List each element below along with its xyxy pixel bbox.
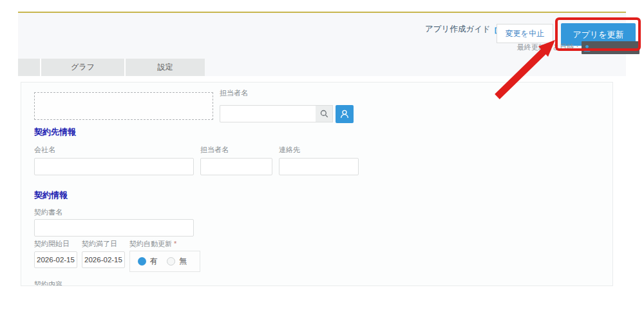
form-preview-panel: 担当者名 契約先情報 会社名 担当者名 連絡先 契約情報: [21, 82, 613, 286]
radio-selected-icon[interactable]: [138, 257, 146, 266]
tab-graph[interactable]: グラフ: [41, 59, 124, 76]
app-settings-screen: アプリ作成ガイド 変更を中止 アプリを更新 最終更新者と日時： グラフ 設定 担…: [0, 0, 644, 310]
company-input[interactable]: [34, 158, 194, 175]
person-label: 担当者名: [200, 145, 229, 155]
contact-label: 連絡先: [279, 145, 300, 155]
start-date-label: 契約開始日: [34, 239, 70, 249]
auto-renew-radio-group: 有 無: [129, 251, 200, 272]
tab-graph-label: グラフ: [71, 62, 95, 73]
tab-settings[interactable]: 設定: [126, 59, 205, 76]
contract-doc-label: 契約書名: [34, 208, 62, 217]
user-icon: [583, 43, 591, 53]
contact-input[interactable]: [279, 158, 359, 175]
radio-yes-label: 有: [150, 256, 158, 267]
app-guide-link[interactable]: アプリ作成ガイド: [425, 23, 504, 35]
contract-doc-input[interactable]: [34, 219, 194, 237]
redacted-user-name: [582, 41, 639, 54]
radio-option-yes[interactable]: 有: [138, 256, 158, 267]
lookup-input[interactable]: [220, 105, 316, 122]
last-updated-text: 最終更新者と日時：: [451, 43, 581, 52]
search-icon: [319, 109, 329, 119]
lookup-search-button[interactable]: [316, 105, 333, 122]
tab-partial[interactable]: [18, 59, 40, 76]
start-date-input[interactable]: [34, 251, 77, 268]
client-section-title: 契約先情報: [34, 126, 76, 138]
tab-settings-label: 設定: [158, 62, 173, 73]
auto-renew-label: 契約自動更新*: [129, 239, 176, 249]
person-icon: [339, 109, 350, 119]
radio-option-no[interactable]: 無: [167, 256, 187, 267]
blank-space-field: [34, 92, 213, 120]
lookup-field-label: 担当者名: [220, 88, 248, 98]
end-date-label: 契約満了日: [82, 239, 117, 249]
contract-section-title: 契約情報: [34, 189, 68, 201]
radio-unselected-icon[interactable]: [167, 257, 175, 266]
contract-body-label-clipped: 契約内容: [34, 280, 62, 286]
company-label: 会社名: [34, 145, 55, 155]
end-date-input[interactable]: [82, 251, 125, 268]
select-user-button[interactable]: [336, 105, 354, 123]
app-guide-label: アプリ作成ガイド: [425, 24, 491, 35]
radio-no-label: 無: [179, 256, 187, 267]
required-mark: *: [174, 240, 176, 247]
cancel-changes-button[interactable]: 変更を中止: [497, 24, 553, 43]
person-input[interactable]: [200, 158, 272, 175]
